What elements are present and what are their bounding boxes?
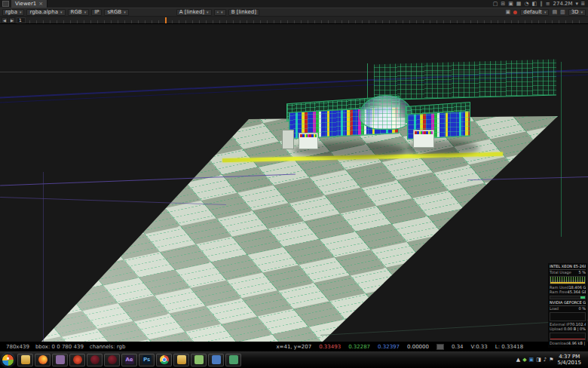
tray-icon-6[interactable]: ⚑ bbox=[549, 354, 553, 366]
chevron-down-icon: ▾ bbox=[207, 10, 209, 14]
cpu-usage-value: 5 % bbox=[578, 270, 586, 275]
a-buffer-dropdown[interactable]: A [linked]▾ bbox=[176, 9, 212, 16]
taskbar-app-explorer[interactable] bbox=[17, 354, 33, 366]
tray-icon-4[interactable]: ◨ bbox=[536, 354, 541, 366]
alpha-channel-dropdown[interactable]: rgba.alpha▾ bbox=[26, 9, 65, 16]
upload-label: Upload bbox=[550, 327, 563, 332]
tab-viewer1[interactable]: Viewer1 × bbox=[11, 0, 47, 8]
system-tray: ▲◆▣◨♪⚑ 4:37 PM 5/4/2015 bbox=[514, 354, 586, 366]
current-frame-field[interactable]: 1 bbox=[17, 17, 26, 23]
frame-back-button[interactable]: ◀ bbox=[2, 17, 8, 23]
taskbar-app-firefox[interactable] bbox=[35, 354, 51, 366]
viewport-3d[interactable] bbox=[0, 24, 588, 342]
taskbar-apps: AePs bbox=[17, 354, 241, 366]
chevron-down-icon: ▾ bbox=[84, 10, 87, 14]
memory-usage-readout: 274.2M bbox=[553, 1, 573, 7]
chevron-down-icon: ▾ bbox=[580, 10, 583, 14]
pause-indicator-dot[interactable] bbox=[513, 11, 517, 14]
tray-icon-1[interactable]: ▲ bbox=[516, 354, 520, 366]
explorer-icon bbox=[21, 355, 30, 364]
green-app-icon bbox=[229, 355, 238, 364]
viewer-tool-icon-3[interactable]: ▣ bbox=[508, 0, 513, 8]
input-process-button[interactable]: IP bbox=[91, 9, 102, 16]
layer-dropdown[interactable]: rgba▾ bbox=[2, 9, 24, 16]
blue-app-icon bbox=[212, 355, 221, 364]
sample-blue-value: 0.32397 bbox=[378, 344, 400, 350]
b-buffer-dropdown[interactable]: B [linked] bbox=[228, 9, 259, 16]
wireframe-edge-right bbox=[561, 62, 562, 237]
taskbar-app-photoshop[interactable]: Ps bbox=[139, 354, 155, 366]
tab-viewer1-label: Viewer1 bbox=[15, 1, 36, 7]
start-button[interactable] bbox=[2, 354, 14, 366]
pane-control-icon-1[interactable]: ▾ bbox=[576, 0, 579, 8]
mask-overlay-icon[interactable]: ▥ bbox=[560, 9, 565, 15]
taskbar-app-folder-2[interactable] bbox=[173, 354, 189, 366]
display-channels-dropdown[interactable]: RGB▾ bbox=[68, 9, 90, 16]
external-ip-value: 70.102.4.74 bbox=[570, 322, 586, 327]
ab-blend-dropdown[interactable]: -▾ bbox=[214, 9, 226, 16]
taskbar-app-notepad-app[interactable] bbox=[191, 354, 207, 366]
chevron-down-icon: ▾ bbox=[60, 10, 63, 14]
viewer-tool-icon-8[interactable]: ≡ bbox=[546, 0, 550, 8]
tray-icon-2[interactable]: ◆ bbox=[522, 354, 526, 366]
tray-icon-3[interactable]: ▣ bbox=[529, 354, 534, 366]
frame-forward-button[interactable]: ▶ bbox=[9, 17, 15, 23]
view-mode-dropdown[interactable]: 3D▾ bbox=[568, 9, 586, 16]
sample-l-value: L: 0.33418 bbox=[495, 344, 523, 350]
media-player-icon bbox=[56, 355, 65, 364]
taskbar-clock[interactable]: 4:37 PM 5/4/2015 bbox=[556, 354, 584, 366]
sample-v-value: V:0.33 bbox=[471, 344, 488, 350]
viewer-tool-icon-4[interactable]: ▦ bbox=[516, 0, 522, 8]
taskbar-app-reel-app-1[interactable] bbox=[87, 354, 103, 366]
viewer-tool-icon-1[interactable]: ▢ bbox=[493, 0, 498, 8]
viewer-toolbar: rgba▾ rgba.alpha▾ RGB▾ IP sRGB▾ A [linke… bbox=[0, 8, 588, 17]
reel-app-2-icon bbox=[108, 355, 117, 364]
bbox-readout: bbox: 0 0 780 439 bbox=[35, 344, 84, 350]
wireframe-edge-mid bbox=[367, 63, 368, 100]
cpu-graph-label: Total Usage bbox=[550, 270, 571, 275]
camera-dropdown[interactable]: default▾ bbox=[520, 9, 549, 16]
viewer-process-dropdown[interactable]: sRGB▾ bbox=[104, 9, 128, 16]
taskbar-app-green-app[interactable] bbox=[225, 354, 241, 366]
download-label: Download bbox=[550, 341, 568, 346]
gpu-title: NVIDIA GEFORCE GTX TITAN BL bbox=[550, 300, 586, 306]
taskbar-app-chrome[interactable] bbox=[156, 354, 172, 366]
taskbar-app-blue-app[interactable] bbox=[208, 354, 224, 366]
taskbar-app-pinwheel-app[interactable] bbox=[69, 354, 85, 366]
viewer-tool-icon-5[interactable]: ◔ bbox=[524, 0, 528, 8]
taskbar-app-reel-app-2[interactable] bbox=[104, 354, 120, 366]
sample-alpha-value: 0.00000 bbox=[407, 344, 429, 350]
firefox-icon bbox=[38, 355, 47, 364]
gpu-load-label: Load bbox=[550, 306, 559, 311]
tab-close-icon[interactable]: × bbox=[38, 1, 43, 7]
pane-control-icon-2[interactable]: ≣ bbox=[580, 0, 585, 8]
viewer-top-icons[interactable]: ▢⊞▣▦◔◧∥≡ bbox=[493, 0, 550, 8]
viewer-timeline: ◀ ▶ 1 bbox=[0, 17, 588, 24]
gain-icon[interactable]: ▣ bbox=[506, 9, 511, 15]
ram-usage-bar bbox=[550, 296, 586, 299]
viewer-tool-icon-7[interactable]: ∥ bbox=[540, 0, 543, 8]
pane-menu-icon[interactable] bbox=[2, 1, 9, 7]
chevron-down-icon: ▾ bbox=[221, 10, 223, 14]
viewer-tool-icon-6[interactable]: ◧ bbox=[532, 0, 537, 8]
network-graph bbox=[550, 333, 586, 340]
timeline-ruler[interactable] bbox=[29, 17, 584, 23]
grid-line-purple-vertical bbox=[43, 172, 44, 342]
pinwheel-app-icon bbox=[73, 355, 82, 364]
external-ip-label: External IP bbox=[550, 322, 570, 327]
color-sample-swatch bbox=[436, 344, 444, 350]
tray-icon-5[interactable]: ♪ bbox=[544, 354, 547, 366]
clock-time: 4:37 PM bbox=[558, 354, 581, 360]
taskbar-app-after-effects[interactable]: Ae bbox=[121, 354, 137, 366]
folder-2-icon bbox=[177, 355, 186, 364]
viewer-tool-icon-2[interactable]: ⊞ bbox=[501, 0, 505, 8]
playhead[interactable] bbox=[165, 17, 167, 23]
download-value: 4.96 kB | 0% bbox=[568, 341, 586, 346]
cpu-usage-graph bbox=[550, 276, 586, 284]
taskbar-app-media-player[interactable] bbox=[52, 354, 68, 366]
chrome-icon bbox=[160, 355, 169, 364]
taskbar: AePs ▲◆▣◨♪⚑ 4:37 PM 5/4/2015 bbox=[0, 351, 588, 368]
grid-overlay-icon[interactable]: ▤ bbox=[552, 9, 557, 15]
viewer-top-end-icons[interactable]: ▾≣ bbox=[576, 0, 585, 8]
crate-white-1 bbox=[299, 133, 318, 149]
